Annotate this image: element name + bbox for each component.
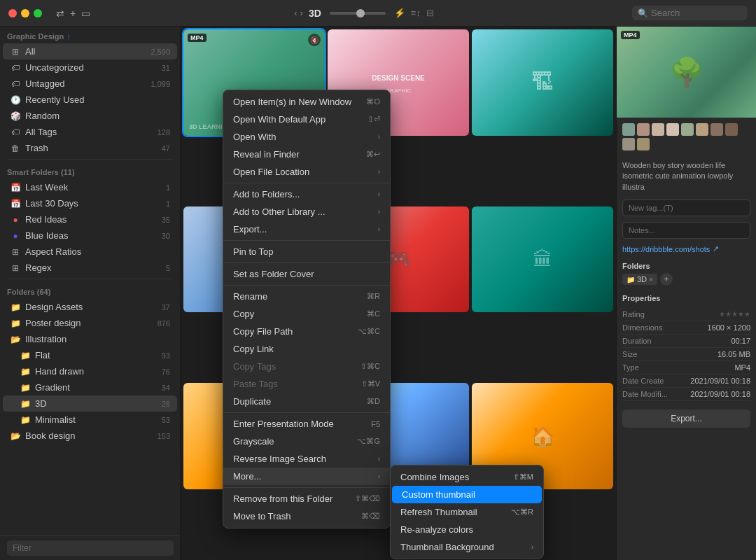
ctx-export[interactable]: Export... › [223,220,390,238]
external-link-icon: ↗ [713,244,719,253]
ctx-label-duplicate: Duplicate [233,396,361,407]
ctx-presentation-mode[interactable]: Enter Presentation Mode F5 [223,415,390,433]
sidebar-item-book-design[interactable]: 📂 Book design 153 [3,428,177,444]
ctx-rename[interactable]: Rename ⌘R [223,288,390,305]
color-swatch-1[interactable] [637,123,650,136]
prop-label-date-create: Date Create [622,377,664,385]
sidebar-divider-2 [7,279,173,279]
submenu-label-custom-thumbnail: Custom thumbnail [402,489,532,500]
sidebar-count-uncategorized: 31 [162,64,170,72]
sidebar-item-gradient[interactable]: 📁 Gradient 34 [3,379,177,396]
sidebar-item-all-tags[interactable]: 🏷 All Tags 128 [3,124,177,140]
minimize-button[interactable] [21,9,29,18]
sidebar-count-design-assets: 37 [162,303,170,312]
ctx-arrow-add-folders: › [378,190,380,198]
sidebar-item-3d[interactable]: 📁 3D 28 [3,396,177,412]
sidebar-item-untagged[interactable]: 🏷 Untagged 1,099 [3,76,177,92]
color-swatch-8[interactable] [622,138,635,150]
color-swatch-9[interactable] [637,138,650,150]
ctx-add-library[interactable]: Add to Other Library ... › [223,203,390,220]
sidebar-item-flat[interactable]: 📁 Flat 93 [3,347,177,363]
ctx-copy[interactable]: Copy ⌘C [223,305,390,323]
color-swatch-6[interactable] [710,123,723,136]
sidebar-label-random: Random [25,111,170,121]
ctx-reverse-image-search[interactable]: Reverse Image Search › [223,450,390,468]
color-swatch-2[interactable] [652,123,664,136]
sidebar-item-illustration[interactable]: 📂 Illustration [3,331,177,347]
submenu-more: Combine Images ⇧⌘M Custom thumbnail Refr… [390,465,544,559]
sidebar-item-last-30-days[interactable]: 📅 Last 30 Days 1 [3,195,177,211]
search-input[interactable] [651,8,742,18]
ctx-pin-top[interactable]: Pin to Top [223,243,390,260]
notes-input[interactable] [622,222,750,239]
swap-icon[interactable]: ⇄ [56,8,64,19]
sidebar-item-last-week[interactable]: 📅 Last Week 1 [3,179,177,195]
sidebar-item-minimalist[interactable]: 📁 Minimalist 53 [3,412,177,428]
ctx-open-with[interactable]: Open With › [223,128,390,146]
color-swatch-0[interactable] [622,123,635,136]
ctx-arrow-more: › [378,472,380,480]
color-swatch-4[interactable] [681,123,694,136]
sidebar-item-hand-drawn[interactable]: 📁 Hand drawn 76 [3,363,177,379]
sidebar-item-all[interactable]: ⊞ All 2,590 [3,43,177,59]
submenu-custom-thumbnail[interactable]: Custom thumbnail [392,486,542,503]
sidebar-item-design-assets[interactable]: 📁 Design Assets 37 [3,299,177,315]
sidebar-item-trash[interactable]: 🗑 Trash 47 [3,140,177,156]
sidebar-item-uncategorized[interactable]: 🏷 Uncategorized 31 [3,59,177,76]
color-swatch-3[interactable] [666,123,679,136]
sidebar-item-poster-design[interactable]: 📁 Poster design 876 [3,315,177,331]
smart-folders-header: Smart Folders (11) [0,162,180,179]
folder-tag-3d: 📁 3D × [622,274,657,285]
submenu-re-analyze[interactable]: Re-analyze colors [391,521,543,538]
submenu-combine-images[interactable]: Combine Images ⇧⌘M [391,468,543,486]
filter-input[interactable] [7,540,174,556]
sidebar-divider-1 [7,159,173,160]
back-arrow[interactable]: ‹ [294,8,297,18]
filter-icon[interactable]: ⊟ [426,8,434,18]
ctx-set-folder-cover[interactable]: Set as Folder Cover [223,265,390,283]
maximize-button[interactable] [34,9,42,18]
tag-input[interactable] [622,200,750,216]
submenu-refresh-thumbnail[interactable]: Refresh Thumbnail ⌥⌘R [391,503,543,521]
ctx-reveal-finder[interactable]: Reveal in Finder ⌘↩ [223,146,390,163]
minimalist-icon: 📁 [20,415,31,425]
ctx-add-folders[interactable]: Add to Folders... › [223,186,390,203]
color-swatch-5[interactable] [696,123,708,136]
titlebar-title: ‹ › 3D ⚡ ≡↕ ⊟ [96,8,632,19]
sidebar-item-aspect-ratios[interactable]: ⊞ Aspect Ratios [3,244,177,260]
ctx-copy-file-path[interactable]: Copy File Path ⌥⌘C [223,323,390,340]
ctx-paste-tags[interactable]: Paste Tags ⇧⌘V [223,375,390,393]
zoom-slider[interactable] [330,12,386,15]
ctx-duplicate[interactable]: Duplicate ⌘D [223,393,390,410]
folder-tag-close[interactable]: × [649,276,653,284]
sidebar-item-blue-ideas[interactable]: ● Blue Ideas 30 [3,227,177,244]
ctx-copy-tags[interactable]: Copy Tags ⇧⌘C [223,358,390,375]
close-button[interactable] [8,9,17,18]
ctx-open-file-location[interactable]: Open File Location › [223,163,390,181]
forward-arrow[interactable]: › [300,8,303,18]
panel-icon[interactable]: ▭ [81,8,90,19]
ctx-copy-link[interactable]: Copy Link [223,340,390,358]
submenu-shortcut-combine-images: ⇧⌘M [513,472,533,482]
ctx-remove-folder[interactable]: Remove from this Folder ⇧⌘⌫ [223,490,390,507]
search-bar[interactable]: 🔍 [632,6,748,20]
sidebar-item-recently-used[interactable]: 🕐 Recently Used [3,92,177,108]
submenu-thumbnail-bg[interactable]: Thumbnail Background › [391,538,543,556]
ctx-open-default[interactable]: Open With Default App ⇧⏎ [223,111,390,128]
sidebar-item-regex[interactable]: ⊞ Regex 5 [3,260,177,276]
add-folder-button[interactable]: + [660,273,673,286]
ctx-shortcut-rename: ⌘R [367,292,380,301]
add-icon[interactable]: + [70,8,76,19]
sidebar-item-red-ideas[interactable]: ● Red Ideas 35 [3,211,177,227]
sort-icon[interactable]: ≡↕ [411,8,421,18]
sidebar-item-random[interactable]: 🎲 Random [3,108,177,124]
panel-link[interactable]: https://dribbble.com/shots ↗ [622,244,750,253]
title-bar: ⇄ + ▭ ‹ › 3D ⚡ ≡↕ ⊟ 🔍 [0,0,756,27]
ctx-grayscale[interactable]: Grayscale ⌥⌘G [223,433,390,450]
color-swatch-7[interactable] [725,123,738,136]
ctx-move-trash[interactable]: Move to Trash ⌘⌫ [223,507,390,525]
folders-title: Folders (64) [7,288,50,296]
panel-export-button[interactable]: Export... [622,410,750,428]
ctx-open-new-window[interactable]: Open Item(s) in New Window ⌘O [223,93,390,111]
ctx-more[interactable]: More... › Combine Images ⇧⌘M Custom thum… [223,468,390,485]
